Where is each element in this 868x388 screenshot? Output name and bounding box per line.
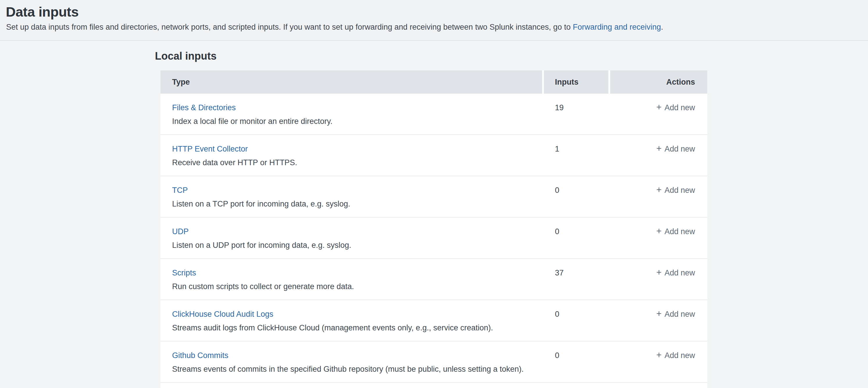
input-type-link[interactable]: ClickHouse Cloud Audit Logs (172, 309, 273, 319)
column-header-actions: Actions (610, 70, 707, 94)
add-new-label: Add new (664, 144, 695, 154)
page-header: Data inputs Set up data inputs from file… (0, 0, 868, 41)
input-type-link[interactable]: HTTP Event Collector (172, 144, 248, 154)
page-subtitle-period: . (661, 23, 663, 31)
actions-cell: +Add new (610, 135, 707, 176)
inputs-cell: 0 (544, 217, 610, 258)
add-new-button[interactable]: +Add new (656, 268, 695, 278)
add-new-label: Add new (664, 227, 695, 236)
add-new-button[interactable]: +Add new (656, 351, 695, 360)
table-header-row: Type Inputs Actions (160, 70, 707, 94)
section-title-local-inputs: Local inputs (155, 50, 868, 63)
plus-icon: + (656, 103, 661, 111)
add-new-button[interactable]: +Add new (656, 309, 695, 319)
add-new-label: Add new (664, 103, 695, 113)
inputs-cell: 0 (544, 341, 610, 382)
input-type-description: Listen on a UDP port for incoming data, … (172, 240, 544, 250)
actions-cell: +Add new (610, 341, 707, 382)
inputs-cell: 37 (544, 259, 610, 300)
input-type-description: Listen on a TCP port for incoming data, … (172, 199, 544, 209)
column-header-inputs: Inputs (544, 70, 609, 94)
column-header-type: Type (160, 70, 542, 94)
add-new-button[interactable]: +Add new (656, 227, 695, 236)
plus-icon: + (656, 268, 661, 277)
actions-cell: +Add new (610, 217, 707, 258)
inputs-count: 0 (555, 186, 559, 195)
plus-icon: + (656, 145, 661, 153)
inputs-count: 19 (555, 103, 564, 112)
actions-cell: +Add new (610, 259, 707, 300)
inputs-count: 0 (555, 351, 559, 360)
table-row: TCP Listen on a TCP port for incoming da… (160, 176, 707, 217)
inputs-cell: 1 (544, 135, 610, 176)
type-cell: Files & Directories Index a local file o… (160, 94, 544, 135)
page-subtitle: Set up data inputs from files and direct… (6, 22, 856, 32)
input-type-link[interactable]: Github Commits (172, 351, 228, 360)
plus-icon: + (656, 310, 661, 318)
page-title: Data inputs (6, 3, 856, 20)
page-subtitle-text: Set up data inputs from files and direct… (6, 23, 573, 31)
add-new-button[interactable]: +Add new (656, 185, 695, 195)
input-type-link[interactable]: Files & Directories (172, 103, 236, 113)
table-body: Files & Directories Index a local file o… (160, 94, 707, 383)
table-row: Files & Directories Index a local file o… (160, 94, 707, 135)
type-cell: ClickHouse Cloud Audit Logs Streams audi… (160, 300, 544, 341)
type-cell: TCP Listen on a TCP port for incoming da… (160, 176, 544, 217)
input-type-link[interactable]: TCP (172, 185, 188, 195)
input-type-description: Streams audit logs from ClickHouse Cloud… (172, 323, 544, 333)
add-new-button[interactable]: +Add new (656, 103, 695, 113)
input-type-description: Streams events of commits in the specifi… (172, 364, 544, 374)
forwarding-and-receiving-link[interactable]: Forwarding and receiving (573, 23, 661, 31)
input-type-link[interactable]: UDP (172, 227, 189, 236)
input-type-description: Run custom scripts to collect or generat… (172, 281, 544, 292)
table-row: UDP Listen on a UDP port for incoming da… (160, 217, 707, 259)
type-cell: UDP Listen on a UDP port for incoming da… (160, 217, 544, 258)
type-cell: Scripts Run custom scripts to collect or… (160, 259, 544, 300)
plus-icon: + (656, 351, 661, 359)
input-type-description: Receive data over HTTP or HTTPS. (172, 158, 544, 168)
partial-next-row (160, 383, 707, 388)
input-type-link[interactable]: Scripts (172, 268, 196, 278)
type-cell: Github Commits Streams events of commits… (160, 341, 544, 382)
table-row: Scripts Run custom scripts to collect or… (160, 259, 707, 300)
table-row: Github Commits Streams events of commits… (160, 341, 707, 383)
type-cell: HTTP Event Collector Receive data over H… (160, 135, 544, 176)
inputs-count: 0 (555, 227, 559, 236)
add-new-button[interactable]: +Add new (656, 144, 695, 154)
add-new-label: Add new (664, 185, 695, 195)
inputs-count: 0 (555, 310, 559, 319)
inputs-cell: 0 (544, 176, 610, 217)
main-content: Local inputs Type Inputs Actions Files &… (0, 41, 868, 388)
add-new-label: Add new (664, 309, 695, 319)
inputs-count: 37 (555, 268, 564, 277)
add-new-label: Add new (664, 351, 695, 360)
plus-icon: + (656, 227, 661, 235)
table-row: HTTP Event Collector Receive data over H… (160, 135, 707, 176)
plus-icon: + (656, 186, 661, 194)
table-row: ClickHouse Cloud Audit Logs Streams audi… (160, 300, 707, 341)
actions-cell: +Add new (610, 176, 707, 217)
inputs-count: 1 (555, 145, 559, 153)
inputs-cell: 19 (544, 94, 610, 135)
actions-cell: +Add new (610, 300, 707, 341)
local-inputs-table: Type Inputs Actions Files & Directories … (160, 70, 707, 388)
add-new-label: Add new (664, 268, 695, 278)
inputs-cell: 0 (544, 300, 610, 341)
actions-cell: +Add new (610, 94, 707, 135)
input-type-description: Index a local file or monitor an entire … (172, 116, 544, 126)
